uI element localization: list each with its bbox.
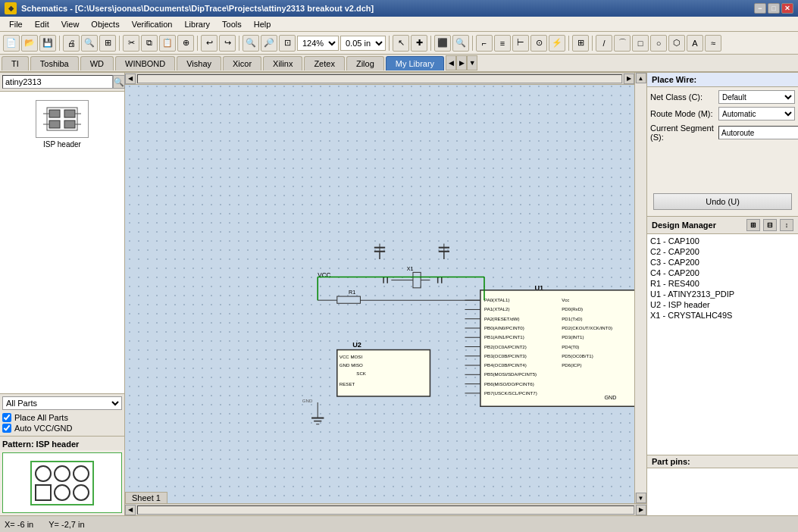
place-all-checkbox[interactable] bbox=[2, 413, 11, 422]
dm-item-c3[interactable]: C3 - CAP200 bbox=[650, 257, 795, 268]
svg-rect-3 bbox=[64, 110, 75, 117]
place-all-label: Place All Parts bbox=[14, 413, 68, 422]
pin-button[interactable]: ⊢ bbox=[512, 35, 529, 52]
save-button[interactable]: 💾 bbox=[39, 35, 56, 52]
canvas-area[interactable]: ◀ ▶ VCC VCC X1 R1 bbox=[125, 73, 646, 515]
sheet-tab[interactable]: Sheet 1 bbox=[125, 492, 167, 503]
svg-text:PD0(RxD): PD0(RxD) bbox=[562, 306, 583, 311]
tab-zetex[interactable]: Zetex bbox=[304, 56, 345, 70]
dm-icon-3[interactable]: ↕ bbox=[780, 219, 793, 231]
poly-button[interactable]: ⬡ bbox=[668, 35, 685, 52]
junction-button[interactable]: ⊙ bbox=[530, 35, 547, 52]
place-search-button[interactable]: 🔍 bbox=[452, 35, 469, 52]
part-isp-header[interactable]: ISP header bbox=[3, 95, 121, 154]
search-input[interactable] bbox=[2, 75, 113, 89]
menu-edit[interactable]: Edit bbox=[29, 18, 55, 30]
rect-button[interactable]: □ bbox=[632, 35, 649, 52]
h-scroll-right[interactable]: ▶ bbox=[624, 74, 634, 84]
wire-button[interactable]: ⌐ bbox=[476, 35, 493, 52]
close-button[interactable]: ✕ bbox=[781, 3, 793, 14]
lib-prev-button[interactable]: ◀ bbox=[446, 55, 456, 70]
app-icon: ◆ bbox=[5, 2, 17, 14]
dm-icon-1[interactable]: ⊞ bbox=[746, 219, 760, 231]
power-button[interactable]: ⚡ bbox=[549, 35, 565, 52]
arc-button[interactable]: ⌒ bbox=[614, 35, 631, 52]
h-scroll-right2[interactable]: ▶ bbox=[636, 505, 646, 515]
menu-file[interactable]: File bbox=[3, 18, 29, 30]
dm-icon-2[interactable]: ⊟ bbox=[763, 219, 777, 231]
v-scroll-up[interactable]: ▲ bbox=[636, 73, 646, 83]
current-segment-input[interactable] bbox=[718, 126, 798, 139]
copy-button[interactable]: ⧉ bbox=[141, 35, 158, 52]
copy-special-button[interactable]: ⊕ bbox=[177, 35, 194, 52]
h-scroll-left2[interactable]: ◀ bbox=[125, 505, 136, 515]
lib-menu-button[interactable]: ▼ bbox=[467, 55, 477, 70]
left-panel: 🔍 ISP header bbox=[0, 73, 125, 515]
vertical-scrollbar[interactable]: ▲ ▼ bbox=[634, 73, 646, 503]
zoom-in-button[interactable]: 🔍 bbox=[243, 35, 259, 52]
dm-item-r1[interactable]: R1 - RES400 bbox=[650, 278, 795, 289]
tab-xicor[interactable]: Xicor bbox=[223, 56, 261, 70]
select-button[interactable]: ↖ bbox=[393, 35, 409, 52]
net-class-combo[interactable]: Default bbox=[718, 90, 795, 104]
dm-item-x1[interactable]: X1 - CRYSTALHC49S bbox=[650, 310, 795, 321]
text-button[interactable]: A bbox=[687, 35, 703, 52]
redo-button[interactable]: ↪ bbox=[219, 35, 236, 52]
menu-tools[interactable]: Tools bbox=[216, 18, 248, 30]
draw5-button[interactable]: ≈ bbox=[705, 35, 721, 52]
v-scroll-down[interactable]: ▼ bbox=[636, 493, 646, 503]
tab-winbond[interactable]: WINBOND bbox=[115, 56, 175, 70]
svg-text:SCK: SCK bbox=[356, 371, 367, 376]
zoom-out-button[interactable]: 🔎 bbox=[261, 35, 277, 52]
dm-item-c1[interactable]: C1 - CAP100 bbox=[650, 236, 795, 246]
cut-button[interactable]: ✂ bbox=[123, 35, 139, 52]
menu-view[interactable]: View bbox=[55, 18, 86, 30]
print-preview-button[interactable]: 🔍 bbox=[81, 35, 98, 52]
maximize-button[interactable]: □ bbox=[768, 3, 780, 14]
tab-xilinx[interactable]: Xilinx bbox=[263, 56, 302, 70]
dm-item-c4[interactable]: C4 - CAP200 bbox=[650, 268, 795, 278]
search-button[interactable]: 🔍 bbox=[113, 75, 125, 89]
v-scroll-track[interactable] bbox=[635, 83, 646, 493]
tab-toshiba[interactable]: Toshiba bbox=[30, 56, 79, 70]
export-button[interactable]: ⊞ bbox=[99, 35, 116, 52]
svg-text:PA1(XTAL2): PA1(XTAL2) bbox=[484, 306, 509, 311]
menu-verification[interactable]: Verification bbox=[126, 18, 179, 30]
menu-objects[interactable]: Objects bbox=[85, 18, 125, 30]
tab-ti[interactable]: TI bbox=[2, 56, 29, 70]
paste-button[interactable]: 📋 bbox=[159, 35, 176, 52]
bus-button[interactable]: ≡ bbox=[494, 35, 511, 52]
dm-item-u2[interactable]: U2 - ISP header bbox=[650, 299, 795, 310]
h-scroll-left[interactable]: ◀ bbox=[125, 74, 136, 84]
open-button[interactable]: 📂 bbox=[21, 35, 38, 52]
tab-zilog[interactable]: Zilog bbox=[346, 56, 384, 70]
undo-button[interactable]: ↩ bbox=[201, 35, 217, 52]
pattern-label: Pattern: ISP header bbox=[0, 436, 124, 450]
line-button[interactable]: / bbox=[596, 35, 612, 52]
parts-list: ISP header bbox=[0, 92, 124, 393]
minimize-button[interactable]: − bbox=[754, 3, 766, 14]
h-scroll-track[interactable] bbox=[137, 505, 634, 515]
route-mode-combo[interactable]: Automatic bbox=[718, 107, 795, 120]
tab-wd[interactable]: WD bbox=[80, 56, 114, 70]
dm-item-u1[interactable]: U1 - ATINY2313_PDIP bbox=[650, 289, 795, 299]
tab-my-library[interactable]: My Library bbox=[386, 56, 444, 70]
table-button[interactable]: ⊞ bbox=[572, 35, 589, 52]
lib-next-button[interactable]: ▶ bbox=[456, 55, 467, 70]
auto-vcc-checkbox[interactable] bbox=[2, 424, 11, 433]
undo-button[interactable]: Undo (U) bbox=[653, 193, 792, 210]
menu-help[interactable]: Help bbox=[248, 18, 277, 30]
dm-item-c2[interactable]: C2 - CAP200 bbox=[650, 246, 795, 257]
zoom-fit-button[interactable]: ⊡ bbox=[279, 35, 296, 52]
grid-combo[interactable]: 0.05 in bbox=[340, 36, 386, 51]
parts-filter-combo[interactable]: All Parts bbox=[2, 396, 122, 410]
circle-button[interactable]: ○ bbox=[650, 35, 667, 52]
place-part-button[interactable]: ⬛ bbox=[434, 35, 451, 52]
zoom-combo[interactable]: 124% bbox=[297, 36, 339, 51]
cross-button[interactable]: ✚ bbox=[411, 35, 427, 52]
tab-vishay[interactable]: Vishay bbox=[177, 56, 221, 70]
new-button[interactable]: 📄 bbox=[3, 35, 20, 52]
print-button[interactable]: 🖨 bbox=[63, 35, 80, 52]
menu-library[interactable]: Library bbox=[178, 18, 216, 30]
horizontal-scrollbar[interactable]: ◀ ▶ bbox=[125, 503, 646, 515]
